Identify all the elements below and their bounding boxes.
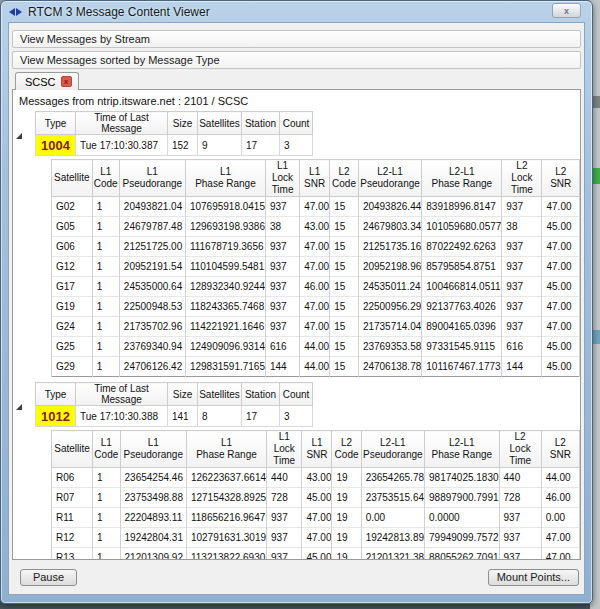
titlebar[interactable]: RTCM 3 Message Content Viewer x <box>1 1 592 22</box>
pause-button[interactable]: Pause <box>20 569 77 586</box>
cell: 937 <box>499 508 541 528</box>
table-row[interactable]: G24121735702.96114221921.164693747.00152… <box>52 317 580 337</box>
column-header[interactable]: Count <box>280 112 313 135</box>
table-row[interactable]: G29124706126.42129831591.716514444.00152… <box>52 357 580 377</box>
cell: 45.00 <box>302 548 332 561</box>
column-header[interactable]: Satellite <box>52 160 93 197</box>
table-row[interactable]: R07123753498.88127154328.892572845.00192… <box>52 488 580 508</box>
column-header[interactable]: L2SNR <box>541 431 579 468</box>
tab-scsc[interactable]: SCSC x <box>15 72 79 90</box>
message-summary-row[interactable]: 1004Tue 17:10:30.3871529173 <box>36 135 313 156</box>
cell: 8 <box>198 406 242 427</box>
cell: 937 <box>267 548 302 561</box>
row-expander-icon[interactable] <box>16 133 22 139</box>
cell: 110104599.5481 <box>185 257 265 277</box>
column-header[interactable]: L2-L1Phase Range <box>425 431 500 468</box>
table-row[interactable]: G02120493821.04107695918.041593747.00152… <box>52 197 580 217</box>
cell: 92137763.4026 <box>422 297 502 317</box>
column-header[interactable]: Type <box>36 112 76 135</box>
cell: 46.00 <box>541 488 579 508</box>
table-row[interactable]: G17124535000.64128932340.924493746.00152… <box>52 277 580 297</box>
table-row[interactable]: G12120952191.54110104599.548193747.00152… <box>52 257 580 277</box>
column-header[interactable]: L2-L1Phase Range <box>422 160 502 197</box>
cell: 129831591.7165 <box>185 357 265 377</box>
cell: 47.00 <box>542 317 580 337</box>
column-header[interactable]: L1SNR <box>302 431 332 468</box>
stream-label: Messages from ntrip.itsware.net : 2101 /… <box>13 93 580 111</box>
column-header[interactable]: Type <box>36 383 76 406</box>
table-row[interactable]: G19122500948.53118243365.746893747.00152… <box>52 297 580 317</box>
column-header[interactable]: L1Phase Range <box>185 160 265 197</box>
mount-points-button[interactable]: Mount Points... <box>488 569 579 586</box>
column-header[interactable]: Station <box>242 383 280 406</box>
cell: R12 <box>52 528 93 548</box>
expander-label: View Messages sorted by Message Type <box>20 54 220 66</box>
column-header[interactable]: Count <box>280 383 313 406</box>
column-header[interactable]: L2Lock Time <box>499 431 541 468</box>
cell: 87022492.6263 <box>422 237 502 257</box>
cell: 937 <box>502 297 542 317</box>
cell: 1 <box>93 548 120 561</box>
table-row[interactable]: G05124679787.48129693198.93863843.001524… <box>52 217 580 237</box>
column-header[interactable]: L2Lock Time <box>502 160 542 197</box>
cell: 101167467.1773 <box>422 357 502 377</box>
cell: G02 <box>52 197 93 217</box>
cell: 937 <box>267 528 302 548</box>
row-expander-icon[interactable] <box>16 404 22 410</box>
cell: 85795854.8751 <box>422 257 502 277</box>
table-row[interactable]: R12119242804.31102791631.301993747.00191… <box>52 528 580 548</box>
column-header[interactable]: L1Phase Range <box>186 431 266 468</box>
column-header[interactable]: L1Code <box>93 431 120 468</box>
tab-close-icon[interactable]: x <box>61 76 72 87</box>
cell: 47.00 <box>300 297 330 317</box>
column-header[interactable]: L1SNR <box>300 160 330 197</box>
table-row[interactable]: R06123654254.46126223637.661444043.00192… <box>52 468 580 488</box>
cell: 24706138.78 <box>358 357 421 377</box>
expander-view-messages-by-message-type[interactable]: View Messages sorted by Message Type <box>12 51 581 69</box>
cell: 937 <box>499 528 541 548</box>
message-type-cell: 1012 <box>36 406 76 427</box>
column-header[interactable]: Satellites <box>198 112 242 135</box>
column-header[interactable]: L1Pseudorange <box>120 431 186 468</box>
cell: 15 <box>330 277 359 297</box>
message-header-table: TypeTime of Last MessageSizeSatellitesSt… <box>35 111 313 156</box>
column-header[interactable]: L1Lock Time <box>267 431 302 468</box>
cell: 937 <box>502 317 542 337</box>
column-header[interactable]: Size <box>168 112 198 135</box>
column-header[interactable]: L2-L1Pseudorange <box>361 431 424 468</box>
column-header[interactable]: Time of Last Message <box>76 112 168 135</box>
close-button[interactable]: x <box>552 3 581 18</box>
column-header[interactable]: Station <box>242 112 280 135</box>
column-header[interactable]: Time of Last Message <box>76 383 168 406</box>
table-row[interactable]: R11122204893.11118656216.964793747.00190… <box>52 508 580 528</box>
cell: 97331545.9115 <box>422 337 502 357</box>
column-header[interactable]: L2Code <box>330 160 359 197</box>
cell: 0.00 <box>541 508 579 528</box>
cell: 937 <box>499 548 541 561</box>
column-header[interactable]: Satellite <box>52 431 93 468</box>
column-header[interactable]: Satellites <box>198 383 242 406</box>
column-header[interactable]: L2Code <box>332 431 361 468</box>
column-header[interactable]: L1Lock Time <box>265 160 299 197</box>
cell: 47.00 <box>300 257 330 277</box>
cell: 47.00 <box>302 508 332 528</box>
app-icon-left-arrow <box>9 8 15 16</box>
column-header[interactable]: L2SNR <box>542 160 580 197</box>
cell: 9 <box>198 135 242 156</box>
message-summary-row[interactable]: 1012Tue 17:10:30.3881418173 <box>36 406 313 427</box>
cell: 937 <box>502 257 542 277</box>
column-header[interactable]: L1Code <box>92 160 119 197</box>
message-group-1004: TypeTime of Last MessageSizeSatellitesSt… <box>13 111 580 377</box>
column-header[interactable]: L2-L1Pseudorange <box>358 160 421 197</box>
cell: 20952198.96 <box>358 257 421 277</box>
table-row[interactable]: G06121251725.00111678719.365693747.00152… <box>52 237 580 257</box>
cell: 45.00 <box>542 217 580 237</box>
expander-view-messages-by-stream[interactable]: View Messages by Stream <box>12 30 581 48</box>
table-row[interactable]: R13121201309.92113213822.693093745.00192… <box>52 548 580 561</box>
column-header[interactable]: L1Pseudorange <box>119 160 185 197</box>
cell: 21735714.04 <box>358 317 421 337</box>
column-header[interactable]: Size <box>168 383 198 406</box>
table-row[interactable]: G25123769340.94124909096.931461644.00152… <box>52 337 580 357</box>
cell: 1 <box>93 528 120 548</box>
cell: 21201321.38 <box>361 548 424 561</box>
